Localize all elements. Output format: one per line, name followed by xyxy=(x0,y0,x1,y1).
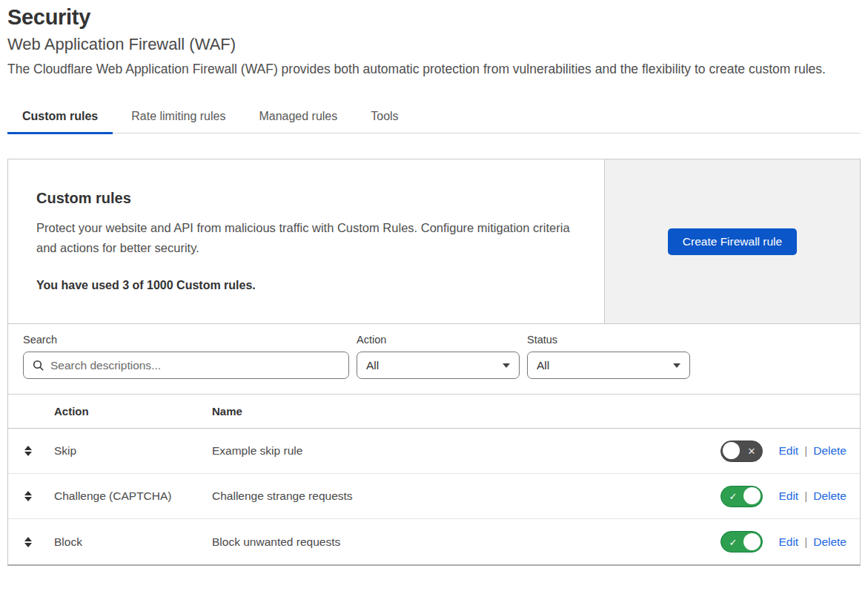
filters-bar: Search Action All Status xyxy=(8,323,860,394)
drag-handle-icon[interactable] xyxy=(23,537,33,547)
usage-count-text: You have used 3 of 1000 Custom rules. xyxy=(36,279,574,292)
row-links: Edit | Delete xyxy=(778,444,847,458)
toggle-knob xyxy=(723,442,740,459)
rules-table-header: Action Name xyxy=(8,394,860,429)
rule-enabled-toggle[interactable]: ✓✕ xyxy=(720,441,763,462)
waf-tabs: Custom rules Rate limiting rules Managed… xyxy=(7,102,861,133)
delete-link[interactable]: Delete xyxy=(813,535,847,549)
row-controls: ✓✕ Edit | Delete xyxy=(720,486,847,507)
delete-link[interactable]: Delete xyxy=(813,444,847,458)
drag-handle-icon[interactable] xyxy=(23,446,33,456)
rule-enabled-toggle[interactable]: ✓✕ xyxy=(720,486,763,507)
page-description: The Cloudflare Web Application Firewall … xyxy=(7,59,845,79)
status-filter-select[interactable]: All xyxy=(527,352,690,379)
panel-header-text: Custom rules Protect your website and AP… xyxy=(8,159,604,323)
link-separator: | xyxy=(804,535,807,549)
rule-enabled-toggle[interactable]: ✓✕ xyxy=(720,531,763,553)
status-filter-value: All xyxy=(537,359,549,372)
toggle-knob xyxy=(743,487,761,504)
rule-action-cell: Challenge (CAPTCHA) xyxy=(54,489,212,503)
tab-rate-limiting-rules[interactable]: Rate limiting rules xyxy=(116,102,240,133)
action-filter-group: Action All xyxy=(357,334,520,379)
page-subtitle: Web Application Firewall (WAF) xyxy=(7,35,861,54)
rule-action-cell: Skip xyxy=(54,444,212,458)
custom-rules-panel: Custom rules Protect your website and AP… xyxy=(7,159,861,566)
rule-name-cell: Block unwanted requests xyxy=(212,535,720,549)
tab-custom-rules[interactable]: Custom rules xyxy=(7,102,113,133)
edit-link[interactable]: Edit xyxy=(778,535,798,549)
check-icon: ✓ xyxy=(729,491,737,502)
card-description: Protect your website and API from malici… xyxy=(36,218,574,258)
edit-link[interactable]: Edit xyxy=(778,444,798,458)
edit-link[interactable]: Edit xyxy=(778,489,798,503)
action-filter-value: All xyxy=(366,359,379,372)
column-header-action: Action xyxy=(54,405,212,418)
row-controls: ✓✕ Edit | Delete xyxy=(720,531,847,553)
panel-header-action-area: Create Firewall rule xyxy=(604,159,860,323)
table-row: Skip Example skip rule ✓✕ Edit | Delete xyxy=(8,429,860,474)
row-links: Edit | Delete xyxy=(778,489,847,503)
check-icon: ✓ xyxy=(729,536,737,547)
column-header-name: Name xyxy=(212,405,847,418)
search-icon xyxy=(33,360,44,372)
drag-handle-icon[interactable] xyxy=(23,491,33,501)
delete-link[interactable]: Delete xyxy=(813,489,847,503)
chevron-down-icon xyxy=(673,363,680,368)
search-filter-group: Search xyxy=(23,334,349,379)
create-firewall-rule-button[interactable]: Create Firewall rule xyxy=(668,228,797,255)
rule-name-cell: Challenge strange requests xyxy=(212,489,720,503)
search-input[interactable] xyxy=(50,359,339,372)
search-label: Search xyxy=(23,334,349,346)
rule-action-cell: Block xyxy=(54,535,212,549)
security-page: Security Web Application Firewall (WAF) … xyxy=(0,5,868,566)
toggle-knob xyxy=(743,533,761,550)
rule-name-cell: Example skip rule xyxy=(212,444,720,458)
tab-tools[interactable]: Tools xyxy=(356,102,413,133)
tab-managed-rules[interactable]: Managed rules xyxy=(244,102,352,133)
rules-table-body: Skip Example skip rule ✓✕ Edit | Delete … xyxy=(8,429,860,564)
row-links: Edit | Delete xyxy=(778,535,847,549)
link-separator: | xyxy=(804,444,807,458)
card-title: Custom rules xyxy=(36,190,574,207)
action-filter-label: Action xyxy=(357,334,520,346)
search-box xyxy=(23,352,349,379)
action-filter-select[interactable]: All xyxy=(357,352,520,379)
table-row: Block Block unwanted requests ✓✕ Edit | … xyxy=(8,519,860,564)
link-separator: | xyxy=(804,489,807,503)
chevron-down-icon xyxy=(503,363,510,368)
status-filter-group: Status All xyxy=(527,334,690,379)
table-row: Challenge (CAPTCHA) Challenge strange re… xyxy=(8,474,860,519)
status-filter-label: Status xyxy=(527,334,690,346)
row-controls: ✓✕ Edit | Delete xyxy=(720,441,847,462)
x-icon: ✕ xyxy=(748,446,756,457)
panel-header: Custom rules Protect your website and AP… xyxy=(8,159,860,323)
page-title: Security xyxy=(7,5,861,30)
